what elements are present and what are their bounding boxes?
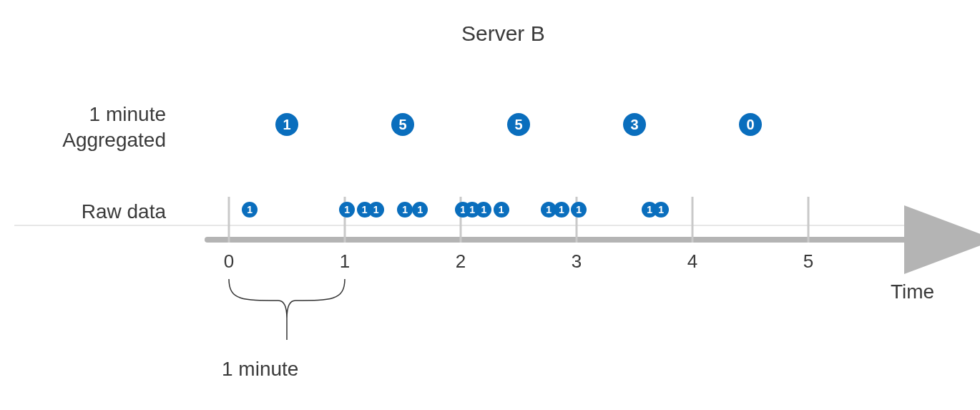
raw-event-9: 1 bbox=[494, 202, 509, 218]
tick-label-4: 4 bbox=[687, 250, 697, 273]
tick-label-2: 2 bbox=[456, 250, 466, 273]
aggregated-bucket-3: 3 bbox=[623, 113, 646, 136]
raw-event-11: 1 bbox=[554, 202, 569, 218]
raw-event-3: 1 bbox=[368, 202, 384, 218]
aggregated-bucket-2: 5 bbox=[507, 113, 530, 136]
tick-label-5: 5 bbox=[803, 250, 813, 273]
aggregated-bucket-0: 1 bbox=[275, 113, 298, 136]
aggregated-bucket-1: 5 bbox=[391, 113, 414, 136]
tick-label-0: 0 bbox=[224, 250, 234, 273]
interval-label: 1 minute bbox=[222, 356, 298, 381]
aggregated-bucket-4: 0 bbox=[739, 113, 762, 136]
axis-label: Time bbox=[891, 279, 934, 304]
tick-label-3: 3 bbox=[572, 250, 582, 273]
raw-event-0: 1 bbox=[242, 202, 258, 218]
tick-label-1: 1 bbox=[340, 250, 350, 273]
